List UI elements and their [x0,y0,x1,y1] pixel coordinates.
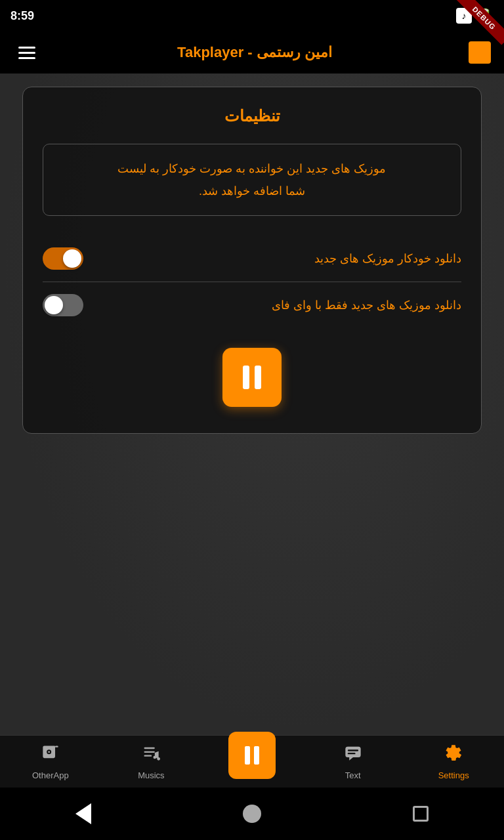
back-icon [75,803,91,824]
pause-icon [243,366,261,389]
info-box: موزیک های جدید این خواننده به صورت خودکا… [43,144,461,216]
toggle1-switch[interactable] [43,247,83,270]
home-button[interactable] [243,805,261,823]
nav-center-area [201,745,303,779]
pause-button-wrapper [43,348,461,407]
nav-pause-bar-left [245,746,250,765]
svg-rect-5 [144,747,155,748]
svg-point-2 [48,751,50,753]
back-button[interactable] [75,803,91,824]
svg-point-8 [154,755,157,759]
svg-rect-6 [144,751,155,752]
svg-rect-7 [144,755,152,756]
svg-rect-10 [345,746,360,757]
chat-icon [344,744,362,766]
svg-point-9 [158,757,161,761]
nav-item-musics[interactable]: Musics [101,738,202,786]
home-icon [243,805,261,823]
settings-title: تنظیمات [43,107,461,125]
nav-label-otherapp: OtherApp [32,770,69,780]
toggle1-label: دانلود خودکار موزیک های جدید [314,251,461,266]
nav-item-otherapp[interactable]: OtherApp [0,738,101,786]
nav-label-text: Text [345,770,361,780]
toggle1-track[interactable] [43,247,83,270]
pause-bar-left [243,366,249,389]
music-album-icon [41,744,60,766]
system-nav-bar [0,788,504,840]
pause-button[interactable] [222,348,282,407]
debug-label: DEBUG [455,0,504,45]
gear-icon [444,744,463,766]
svg-rect-12 [347,753,355,754]
main-background: تنظیمات موزیک های جدید این خواننده به صو… [0,74,504,735]
toggle1-thumb [63,249,81,268]
toggle-row-1: دانلود خودکار موزیک های جدید [43,236,461,282]
hamburger-line [18,52,35,54]
toggle2-label: دانلود موزیک های جدید فقط با وای فای [272,298,461,312]
svg-rect-3 [53,746,54,751]
nav-label-settings: Settings [438,770,469,780]
info-box-line1: موزیک های جدید این خواننده به صورت خودکا… [59,158,445,180]
settings-card: تنظیمات موزیک های جدید این خواننده به صو… [22,87,482,434]
recents-button[interactable] [413,806,429,822]
hamburger-line [18,57,35,59]
app-bar: امین رستمی - Takplayer [0,32,504,74]
app-title: امین رستمی - Takplayer [177,44,332,61]
recents-icon [413,806,429,822]
hamburger-line [18,47,35,49]
nav-pause-button[interactable] [228,732,276,779]
status-time: 8:59 [10,9,34,23]
svg-rect-4 [55,746,58,747]
status-bar: 8:59 ♪ 🔋 DEBUG [0,0,504,32]
menu-button[interactable] [13,41,41,64]
queue-music-icon [142,744,160,766]
nav-item-text[interactable]: Text [303,738,404,786]
bottom-nav: OtherApp Musics [0,735,504,788]
info-box-line2: شما اضافه خواهد شد. [59,180,445,202]
toggle2-thumb [45,296,63,314]
debug-badge-wrapper: DEBUG [452,0,504,52]
pause-bar-right [255,366,261,389]
toggle2-track[interactable] [43,294,83,316]
toggle-row-2: دانلود موزیک های جدید فقط با وای فای [43,282,461,328]
nav-label-musics: Musics [138,770,164,780]
nav-item-settings[interactable]: Settings [403,738,504,786]
svg-rect-11 [347,749,358,751]
nav-pause-bar-right [254,746,259,765]
nav-pause-icon [245,746,259,765]
toggle2-switch[interactable] [43,294,83,316]
